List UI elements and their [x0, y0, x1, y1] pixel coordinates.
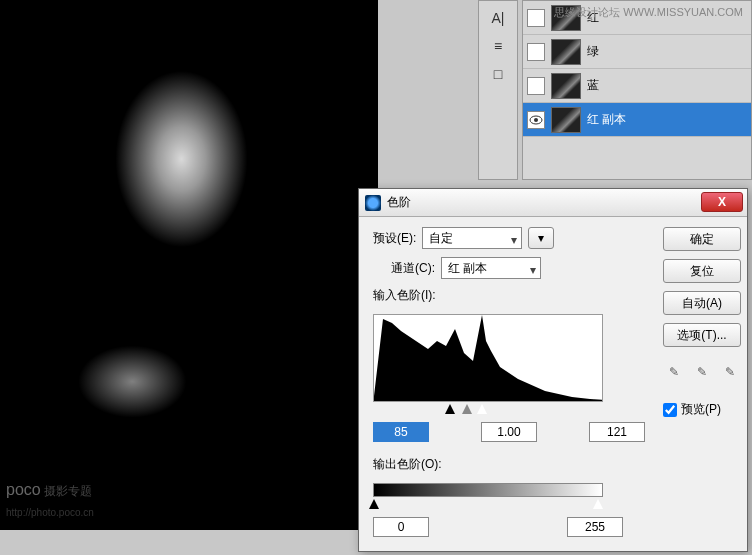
black-point-handle[interactable]	[445, 404, 455, 414]
input-white-field[interactable]	[589, 422, 645, 442]
svg-marker-2	[374, 315, 603, 401]
options-button[interactable]: 选项(T)...	[663, 323, 741, 347]
tool-options-collapsed: A| ≡ □	[478, 0, 518, 180]
visibility-toggle[interactable]	[527, 111, 545, 129]
white-point-handle[interactable]	[477, 404, 487, 414]
white-eyedropper-icon[interactable]: ✎	[719, 361, 741, 383]
histogram	[373, 314, 603, 402]
document-preview[interactable]: poco 摄影专题 http://photo.poco.cn	[0, 0, 378, 530]
gamma-handle[interactable]	[462, 404, 472, 414]
eyedropper-group: ✎ ✎ ✎	[663, 361, 741, 383]
dialog-side: 确定 复位 自动(A) 选项(T)... ✎ ✎ ✎ 预览(P)	[655, 217, 749, 551]
channel-row-green[interactable]: 绿	[523, 35, 751, 69]
input-black-field[interactable]	[373, 422, 429, 442]
output-black-handle[interactable]	[369, 499, 379, 509]
swatch-icon[interactable]: □	[484, 63, 512, 85]
watermark-logo: poco	[6, 481, 41, 498]
histogram-chart	[374, 314, 603, 401]
input-gamma-field[interactable]	[481, 422, 537, 442]
gray-eyedropper-icon[interactable]: ✎	[691, 361, 713, 383]
preset-menu-button[interactable]: ▾	[528, 227, 554, 249]
preset-label: 预设(E):	[373, 230, 416, 247]
input-slider[interactable]	[373, 404, 603, 418]
preview-label: 预览(P)	[681, 401, 721, 418]
watermark-brand: poco 摄影专题	[6, 481, 92, 500]
canvas-area: poco 摄影专题 http://photo.poco.cn	[0, 0, 392, 555]
auto-button[interactable]: 自动(A)	[663, 291, 741, 315]
levels-dialog: 色阶 X 预设(E): 自定 ▾ 通道(C): 红 副本 输入色阶(I):	[358, 188, 748, 552]
channel-thumb	[551, 73, 581, 99]
svg-point-1	[534, 118, 538, 122]
page-watermark: 思缘设计论坛 WWW.MISSYUAN.COM	[554, 5, 743, 20]
dialog-title: 色阶	[387, 194, 411, 211]
output-white-handle[interactable]	[593, 499, 603, 509]
output-white-field[interactable]	[567, 517, 623, 537]
channel-row-red-copy[interactable]: 红 副本	[523, 103, 751, 137]
visibility-toggle[interactable]	[527, 43, 545, 61]
channel-thumb	[551, 39, 581, 65]
visibility-toggle[interactable]	[527, 9, 545, 27]
preview-check-input[interactable]	[663, 403, 677, 417]
close-button[interactable]: X	[701, 192, 743, 212]
channel-select[interactable]: 红 副本	[441, 257, 541, 279]
cancel-button[interactable]: 复位	[663, 259, 741, 283]
visibility-toggle[interactable]	[527, 77, 545, 95]
channel-name: 绿	[587, 43, 599, 60]
channel-thumb	[551, 107, 581, 133]
eye-icon	[529, 115, 543, 125]
black-eyedropper-icon[interactable]: ✎	[663, 361, 685, 383]
channel-row-blue[interactable]: 蓝	[523, 69, 751, 103]
preview-checkbox[interactable]: 预览(P)	[663, 401, 741, 418]
watermark-url: http://photo.poco.cn	[6, 507, 94, 518]
preset-select[interactable]: 自定	[422, 227, 522, 249]
paragraph-icon[interactable]: ≡	[484, 35, 512, 57]
channel-label: 通道(C):	[391, 260, 435, 277]
watermark-tag: 摄影专题	[44, 484, 92, 498]
output-levels-label: 输出色阶(O):	[373, 456, 442, 473]
output-gradient	[373, 483, 603, 497]
output-slider[interactable]	[373, 499, 603, 513]
channels-panel: 思缘设计论坛 WWW.MISSYUAN.COM 红 绿 蓝 红 副本	[522, 0, 752, 180]
output-black-field[interactable]	[373, 517, 429, 537]
dialog-main: 预设(E): 自定 ▾ 通道(C): 红 副本 输入色阶(I):	[359, 217, 655, 551]
channel-name: 红 副本	[587, 111, 626, 128]
dialog-icon	[365, 195, 381, 211]
photo-content	[0, 0, 378, 530]
type-icon[interactable]: A|	[484, 7, 512, 29]
input-levels-label: 输入色阶(I):	[373, 287, 436, 304]
dialog-titlebar[interactable]: 色阶 X	[359, 189, 747, 217]
ok-button[interactable]: 确定	[663, 227, 741, 251]
channel-name: 蓝	[587, 77, 599, 94]
